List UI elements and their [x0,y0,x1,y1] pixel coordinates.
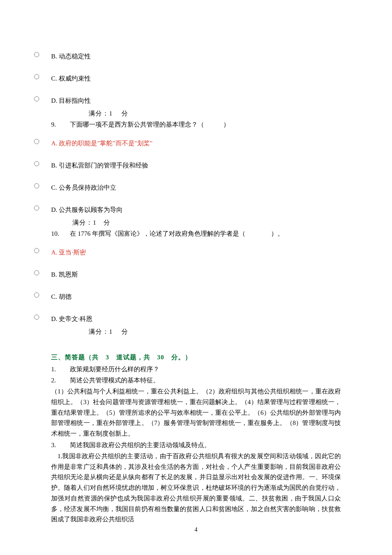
s3-q2-answer: （1）公共利益与个人利益相统一，重在公共利益上。（2）政府组织与其他公共组织相统… [51,386,341,439]
question-text: 简述公共管理模式的基本特征。 [70,377,159,384]
q10-option-d[interactable]: D. 史帝文·科恩 [34,314,341,324]
radio-icon[interactable] [34,96,39,101]
question-text: 简述我国非政府公共组织的主要活动领域及特点。 [70,442,210,448]
option-label: B. 引进私营部门的管理手段和经验 [51,160,341,171]
page-number: 4 [0,525,392,535]
s3-q3-answer: 1.我国非政府公共组织的主要活动，由于百政府公共组织具有很大的发展空间和活动领域… [51,451,341,525]
q8-option-b[interactable]: B. 动态稳定性 [34,51,341,61]
question-number: 10. [51,228,68,239]
option-label: C. 公务员保持政治中立 [51,182,341,193]
q8-score: 满分：1 分 [89,108,341,119]
q8-option-c[interactable]: C. 权威约束性 [34,73,341,84]
option-label: C. 权威约束性 [51,73,341,84]
question-number: 3. [51,440,68,450]
s3-q2: 2. 简述公共管理模式的基本特征。 [51,375,341,385]
q10-option-c[interactable]: C. 胡德 [34,292,341,302]
option-label: B. 凯恩斯 [51,269,341,280]
radio-icon[interactable] [34,315,39,320]
q10-score: 满分：1 分 [89,327,341,337]
option-label: D. 公共服务以顾客为导向 [51,205,341,215]
option-label: C. 胡德 [51,292,341,302]
radio-icon[interactable] [34,74,39,79]
option-label: A. 亚当·斯密 [51,247,341,257]
q10-option-a[interactable]: A. 亚当·斯密 [34,247,341,257]
q10-option-b[interactable]: B. 凯恩斯 [34,269,341,280]
question-text: 下面哪一项不是西方新公共管理的基本理念？（ ） [70,121,230,128]
q8-option-d[interactable]: D. 目标指向性 [34,95,341,106]
question-9: 9. 下面哪一项不是西方新公共管理的基本理念？（ ） [51,119,341,130]
radio-icon[interactable] [34,292,39,298]
question-text: 政策规划要经历什么样的程序？ [70,366,159,373]
q9-score: 满分：1 分 [72,217,341,228]
radio-icon[interactable] [34,52,39,57]
document-page: B. 动态稳定性 C. 权威约束性 D. 目标指向性 满分：1 分 9. 下面哪… [0,0,392,551]
question-number: 2. [51,375,68,385]
question-10: 10. 在 1776 年撰写《国富论》，论述了对政府角色理解的学者是（ ）。 [51,228,341,239]
radio-icon[interactable] [34,205,39,211]
question-text: 在 1776 年撰写《国富论》，论述了对政府角色理解的学者是（ ）。 [70,230,284,237]
q9-option-d[interactable]: D. 公共服务以顾客为导向 [34,205,341,215]
option-label: B. 动态稳定性 [51,51,341,61]
question-number: 9. [51,119,68,130]
s3-q3: 3. 简述我国非政府公共组织的主要活动领域及特点。 [51,440,341,450]
radio-icon[interactable] [34,270,39,275]
option-label: D. 目标指向性 [51,95,341,106]
radio-icon[interactable] [34,183,39,188]
radio-icon[interactable] [34,248,39,253]
section-3-title: 三、简答题（共 3 道试题，共 30 分。） [51,352,341,362]
radio-icon[interactable] [34,161,39,166]
q9-option-c[interactable]: C. 公务员保持政治中立 [34,182,341,193]
question-number: 1. [51,364,68,374]
option-label: D. 史帝文·科恩 [51,314,341,324]
s3-q1: 1. 政策规划要经历什么样的程序？ [51,364,341,374]
q9-option-a[interactable]: A. 政府的职能是"掌舵"而不是"划桨" [34,138,341,148]
option-label: A. 政府的职能是"掌舵"而不是"划桨" [51,138,341,148]
q9-option-b[interactable]: B. 引进私营部门的管理手段和经验 [34,160,341,171]
radio-icon[interactable] [34,139,39,144]
